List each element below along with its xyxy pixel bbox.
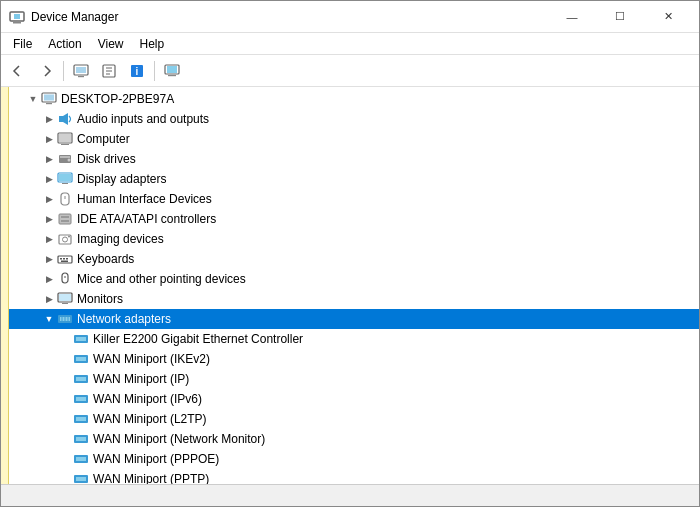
network-child-5[interactable]: ▶ WAN Miniport (Network Monitor): [9, 429, 699, 449]
network-child-label-6: WAN Miniport (PPPOE): [93, 452, 219, 466]
svg-rect-16: [44, 95, 54, 101]
menu-action[interactable]: Action: [40, 35, 89, 53]
svg-rect-2: [14, 14, 20, 19]
imaging-expand[interactable]: ▶: [41, 231, 57, 247]
mouse-icon: [57, 271, 73, 287]
toolbar-info[interactable]: i: [124, 58, 150, 84]
root-label: DESKTOP-2PBE97A: [61, 92, 174, 106]
svg-rect-31: [59, 214, 71, 224]
disk-icon: [57, 151, 73, 167]
svg-rect-24: [60, 156, 70, 158]
root-expand[interactable]: ▼: [25, 91, 41, 107]
hid-expand[interactable]: ▶: [41, 191, 57, 207]
hid-label: Human Interface Devices: [77, 192, 212, 206]
computer-expand[interactable]: ▶: [41, 131, 57, 147]
network-child-label-2: WAN Miniport (IP): [93, 372, 189, 386]
category-ide[interactable]: ▶ IDE ATA/ATAPI controllers: [9, 209, 699, 229]
svg-rect-63: [76, 437, 86, 441]
network-child-0[interactable]: ▶ Killer E2200 Gigabit Ethernet Controll…: [9, 329, 699, 349]
svg-rect-67: [76, 477, 86, 481]
network-child-label-7: WAN Miniport (PPTP): [93, 472, 209, 484]
svg-rect-61: [76, 417, 86, 421]
display-expand[interactable]: ▶: [41, 171, 57, 187]
audio-expand[interactable]: ▶: [41, 111, 57, 127]
toolbar-device-manager[interactable]: [68, 58, 94, 84]
category-keyboards[interactable]: ▶ Keyboards: [9, 249, 699, 269]
network-child-icon-1: [73, 351, 89, 367]
toolbar-forward[interactable]: [33, 58, 59, 84]
category-hid[interactable]: ▶ Human Interface Devices: [9, 189, 699, 209]
svg-rect-32: [61, 216, 69, 218]
network-child-2[interactable]: ▶ WAN Miniport (IP): [9, 369, 699, 389]
keyboards-expand[interactable]: ▶: [41, 251, 57, 267]
category-audio[interactable]: ▶ Audio inputs and outputs: [9, 109, 699, 129]
category-disk[interactable]: ▶ Disk drives: [9, 149, 699, 169]
monitor-icon: [57, 291, 73, 307]
network-child-3[interactable]: ▶ WAN Miniport (IPv6): [9, 389, 699, 409]
category-display[interactable]: ▶ Display adapters: [9, 169, 699, 189]
svg-rect-14: [167, 66, 177, 73]
network-expand[interactable]: ▼: [41, 311, 57, 327]
network-child-icon-0: [73, 331, 89, 347]
network-child-icon-6: [73, 451, 89, 467]
svg-rect-17: [46, 103, 52, 104]
svg-point-36: [68, 236, 70, 238]
network-child-1[interactable]: ▶ WAN Miniport (IKEv2): [9, 349, 699, 369]
network-child-4[interactable]: ▶ WAN Miniport (L2TP): [9, 409, 699, 429]
disk-label: Disk drives: [77, 152, 136, 166]
device-tree[interactable]: ▼ DESKTOP-2PBE97A ▶: [9, 87, 699, 484]
svg-rect-22: [61, 144, 69, 145]
svg-rect-21: [59, 134, 71, 142]
mice-expand[interactable]: ▶: [41, 271, 57, 287]
network-label: Network adapters: [77, 312, 171, 326]
computer-cat-icon: [57, 131, 73, 147]
minimize-button[interactable]: —: [549, 2, 595, 32]
svg-rect-55: [76, 357, 86, 361]
svg-rect-4: [76, 67, 86, 73]
toolbar-back[interactable]: [5, 58, 31, 84]
network-child-icon-3: [73, 391, 89, 407]
menu-view[interactable]: View: [90, 35, 132, 53]
disk-expand[interactable]: ▶: [41, 151, 57, 167]
network-child-label-4: WAN Miniport (L2TP): [93, 412, 207, 426]
maximize-button[interactable]: ☐: [597, 2, 643, 32]
close-button[interactable]: ✕: [645, 2, 691, 32]
main-area: ▼ DESKTOP-2PBE97A ▶: [1, 87, 699, 484]
category-network[interactable]: ▼ Network adapters: [9, 309, 699, 329]
hid-icon: [57, 191, 73, 207]
network-icon: [57, 311, 73, 327]
svg-rect-41: [61, 261, 68, 263]
menu-help[interactable]: Help: [132, 35, 173, 53]
svg-rect-45: [59, 294, 71, 301]
ide-label: IDE ATA/ATAPI controllers: [77, 212, 216, 226]
device-manager-window: Device Manager — ☐ ✕ File Action View He…: [0, 0, 700, 507]
category-computer[interactable]: ▶ Computer: [9, 129, 699, 149]
svg-rect-28: [62, 183, 68, 184]
network-child-6[interactable]: ▶ WAN Miniport (PPPOE): [9, 449, 699, 469]
network-child-icon-7: [73, 471, 89, 484]
menu-bar: File Action View Help: [1, 33, 699, 55]
svg-rect-38: [60, 258, 62, 260]
category-mice[interactable]: ▶ Mice and other pointing devices: [9, 269, 699, 289]
category-monitors[interactable]: ▶ Monitors: [9, 289, 699, 309]
tree-root[interactable]: ▼ DESKTOP-2PBE97A: [9, 89, 699, 109]
svg-text:i: i: [136, 66, 139, 77]
left-strip: [1, 87, 9, 484]
menu-file[interactable]: File: [5, 35, 40, 53]
toolbar-display[interactable]: [159, 58, 185, 84]
display-label: Display adapters: [77, 172, 166, 186]
ide-expand[interactable]: ▶: [41, 211, 57, 227]
network-child-7[interactable]: ▶ WAN Miniport (PPTP): [9, 469, 699, 484]
monitors-expand[interactable]: ▶: [41, 291, 57, 307]
computer-icon: [41, 91, 57, 107]
keyboards-label: Keyboards: [77, 252, 134, 266]
svg-point-25: [68, 159, 71, 162]
window-title: Device Manager: [31, 10, 118, 24]
svg-point-35: [63, 237, 68, 242]
computer-label: Computer: [77, 132, 130, 146]
svg-rect-5: [78, 76, 84, 77]
category-imaging[interactable]: ▶ Imaging devices: [9, 229, 699, 249]
keyboard-icon: [57, 251, 73, 267]
toolbar-properties[interactable]: [96, 58, 122, 84]
svg-rect-53: [76, 337, 86, 341]
